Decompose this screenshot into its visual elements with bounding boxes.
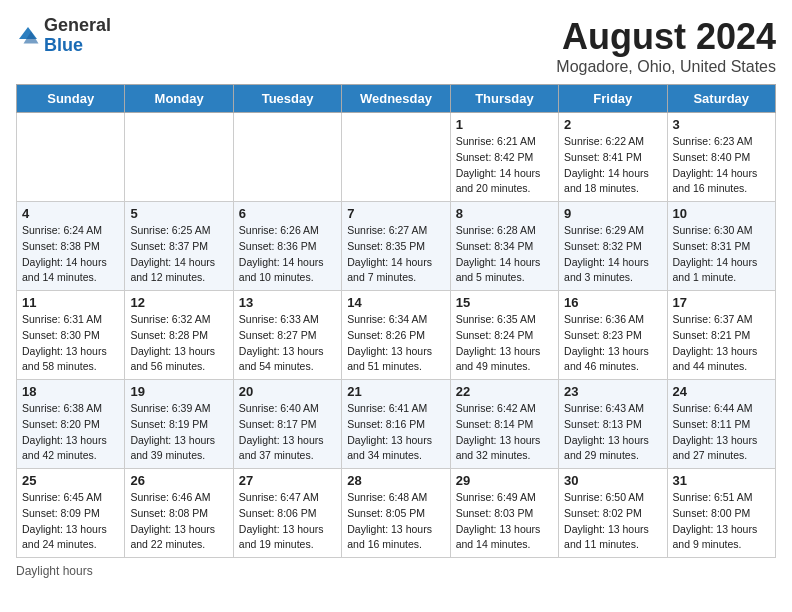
day-number: 21 <box>347 384 444 399</box>
daylight-text: Daylight: 13 hours and 34 minutes. <box>347 434 432 462</box>
calendar-table: SundayMondayTuesdayWednesdayThursdayFrid… <box>16 84 776 558</box>
sunrise-text: Sunrise: 6:29 AM <box>564 224 644 236</box>
logo-general-text: General <box>44 15 111 35</box>
day-number: 27 <box>239 473 336 488</box>
calendar-cell: 23 Sunrise: 6:43 AM Sunset: 8:13 PM Dayl… <box>559 380 667 469</box>
day-info: Sunrise: 6:44 AM Sunset: 8:11 PM Dayligh… <box>673 401 770 464</box>
day-number: 3 <box>673 117 770 132</box>
logo-blue-text: Blue <box>44 35 83 55</box>
daylight-text: Daylight: 13 hours and 37 minutes. <box>239 434 324 462</box>
day-number: 9 <box>564 206 661 221</box>
calendar-cell: 16 Sunrise: 6:36 AM Sunset: 8:23 PM Dayl… <box>559 291 667 380</box>
day-number: 26 <box>130 473 227 488</box>
sunrise-text: Sunrise: 6:39 AM <box>130 402 210 414</box>
sunrise-text: Sunrise: 6:47 AM <box>239 491 319 503</box>
day-number: 31 <box>673 473 770 488</box>
sunrise-text: Sunrise: 6:51 AM <box>673 491 753 503</box>
daylight-text: Daylight: 13 hours and 39 minutes. <box>130 434 215 462</box>
sunset-text: Sunset: 8:20 PM <box>22 418 100 430</box>
sunrise-text: Sunrise: 6:26 AM <box>239 224 319 236</box>
day-number: 7 <box>347 206 444 221</box>
sunrise-text: Sunrise: 6:38 AM <box>22 402 102 414</box>
calendar-cell: 15 Sunrise: 6:35 AM Sunset: 8:24 PM Dayl… <box>450 291 558 380</box>
weekday-header-cell: Tuesday <box>233 85 341 113</box>
calendar-cell <box>342 113 450 202</box>
sunset-text: Sunset: 8:24 PM <box>456 329 534 341</box>
calendar-cell: 17 Sunrise: 6:37 AM Sunset: 8:21 PM Dayl… <box>667 291 775 380</box>
calendar-cell: 26 Sunrise: 6:46 AM Sunset: 8:08 PM Dayl… <box>125 469 233 558</box>
day-info: Sunrise: 6:49 AM Sunset: 8:03 PM Dayligh… <box>456 490 553 553</box>
calendar-cell: 6 Sunrise: 6:26 AM Sunset: 8:36 PM Dayli… <box>233 202 341 291</box>
title-area: August 2024 Mogadore, Ohio, United State… <box>556 16 776 76</box>
day-number: 6 <box>239 206 336 221</box>
day-info: Sunrise: 6:23 AM Sunset: 8:40 PM Dayligh… <box>673 134 770 197</box>
day-number: 12 <box>130 295 227 310</box>
daylight-text: Daylight: 13 hours and 27 minutes. <box>673 434 758 462</box>
sunrise-text: Sunrise: 6:35 AM <box>456 313 536 325</box>
day-number: 22 <box>456 384 553 399</box>
day-info: Sunrise: 6:26 AM Sunset: 8:36 PM Dayligh… <box>239 223 336 286</box>
sunset-text: Sunset: 8:19 PM <box>130 418 208 430</box>
sunset-text: Sunset: 8:02 PM <box>564 507 642 519</box>
calendar-cell: 13 Sunrise: 6:33 AM Sunset: 8:27 PM Dayl… <box>233 291 341 380</box>
daylight-text: Daylight: 13 hours and 24 minutes. <box>22 523 107 551</box>
day-number: 10 <box>673 206 770 221</box>
calendar-cell: 11 Sunrise: 6:31 AM Sunset: 8:30 PM Dayl… <box>17 291 125 380</box>
calendar-cell: 30 Sunrise: 6:50 AM Sunset: 8:02 PM Dayl… <box>559 469 667 558</box>
main-title: August 2024 <box>556 16 776 58</box>
day-number: 19 <box>130 384 227 399</box>
sunrise-text: Sunrise: 6:37 AM <box>673 313 753 325</box>
day-info: Sunrise: 6:39 AM Sunset: 8:19 PM Dayligh… <box>130 401 227 464</box>
sunset-text: Sunset: 8:06 PM <box>239 507 317 519</box>
weekday-header-row: SundayMondayTuesdayWednesdayThursdayFrid… <box>17 85 776 113</box>
weekday-header-cell: Friday <box>559 85 667 113</box>
day-number: 8 <box>456 206 553 221</box>
calendar-body: 1 Sunrise: 6:21 AM Sunset: 8:42 PM Dayli… <box>17 113 776 558</box>
day-info: Sunrise: 6:33 AM Sunset: 8:27 PM Dayligh… <box>239 312 336 375</box>
day-number: 25 <box>22 473 119 488</box>
day-info: Sunrise: 6:32 AM Sunset: 8:28 PM Dayligh… <box>130 312 227 375</box>
day-number: 14 <box>347 295 444 310</box>
daylight-text: Daylight: 13 hours and 9 minutes. <box>673 523 758 551</box>
day-info: Sunrise: 6:34 AM Sunset: 8:26 PM Dayligh… <box>347 312 444 375</box>
sunset-text: Sunset: 8:37 PM <box>130 240 208 252</box>
sunset-text: Sunset: 8:03 PM <box>456 507 534 519</box>
sunset-text: Sunset: 8:26 PM <box>347 329 425 341</box>
weekday-header-cell: Thursday <box>450 85 558 113</box>
daylight-text: Daylight: 13 hours and 16 minutes. <box>347 523 432 551</box>
sunset-text: Sunset: 8:23 PM <box>564 329 642 341</box>
day-info: Sunrise: 6:21 AM Sunset: 8:42 PM Dayligh… <box>456 134 553 197</box>
sunset-text: Sunset: 8:13 PM <box>564 418 642 430</box>
sunset-text: Sunset: 8:40 PM <box>673 151 751 163</box>
sunrise-text: Sunrise: 6:30 AM <box>673 224 753 236</box>
day-info: Sunrise: 6:25 AM Sunset: 8:37 PM Dayligh… <box>130 223 227 286</box>
daylight-text: Daylight: 13 hours and 29 minutes. <box>564 434 649 462</box>
logo: General Blue <box>16 16 111 56</box>
calendar-cell: 9 Sunrise: 6:29 AM Sunset: 8:32 PM Dayli… <box>559 202 667 291</box>
daylight-text: Daylight: 14 hours and 12 minutes. <box>130 256 215 284</box>
calendar-week-row: 11 Sunrise: 6:31 AM Sunset: 8:30 PM Dayl… <box>17 291 776 380</box>
calendar-week-row: 4 Sunrise: 6:24 AM Sunset: 8:38 PM Dayli… <box>17 202 776 291</box>
day-number: 16 <box>564 295 661 310</box>
weekday-header-cell: Wednesday <box>342 85 450 113</box>
day-number: 15 <box>456 295 553 310</box>
sunset-text: Sunset: 8:42 PM <box>456 151 534 163</box>
calendar-cell: 27 Sunrise: 6:47 AM Sunset: 8:06 PM Dayl… <box>233 469 341 558</box>
sunrise-text: Sunrise: 6:24 AM <box>22 224 102 236</box>
calendar-cell: 28 Sunrise: 6:48 AM Sunset: 8:05 PM Dayl… <box>342 469 450 558</box>
calendar-cell: 1 Sunrise: 6:21 AM Sunset: 8:42 PM Dayli… <box>450 113 558 202</box>
day-info: Sunrise: 6:47 AM Sunset: 8:06 PM Dayligh… <box>239 490 336 553</box>
sunset-text: Sunset: 8:41 PM <box>564 151 642 163</box>
calendar-cell: 22 Sunrise: 6:42 AM Sunset: 8:14 PM Dayl… <box>450 380 558 469</box>
sunset-text: Sunset: 8:31 PM <box>673 240 751 252</box>
calendar-cell: 31 Sunrise: 6:51 AM Sunset: 8:00 PM Dayl… <box>667 469 775 558</box>
daylight-text: Daylight: 14 hours and 18 minutes. <box>564 167 649 195</box>
day-info: Sunrise: 6:50 AM Sunset: 8:02 PM Dayligh… <box>564 490 661 553</box>
sunrise-text: Sunrise: 6:36 AM <box>564 313 644 325</box>
day-info: Sunrise: 6:27 AM Sunset: 8:35 PM Dayligh… <box>347 223 444 286</box>
daylight-text: Daylight: 13 hours and 49 minutes. <box>456 345 541 373</box>
sunset-text: Sunset: 8:08 PM <box>130 507 208 519</box>
day-number: 29 <box>456 473 553 488</box>
day-number: 23 <box>564 384 661 399</box>
sunrise-text: Sunrise: 6:44 AM <box>673 402 753 414</box>
